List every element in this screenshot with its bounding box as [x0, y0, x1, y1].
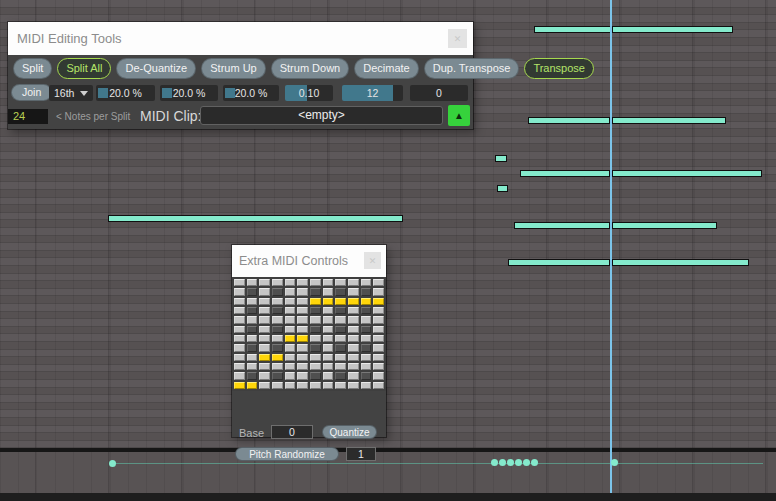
grid-cell-r1-c11[interactable]	[361, 279, 372, 286]
value-box-5[interactable]: 12	[342, 85, 403, 101]
midi-clip-select[interactable]: <empty>	[200, 106, 443, 125]
grid-cell-r7-c12[interactable]	[373, 335, 384, 342]
grid-cell-r8-c12[interactable]	[373, 344, 384, 351]
midi-note[interactable]	[108, 215, 403, 222]
midi-note[interactable]	[612, 222, 717, 229]
grid-cell-r5-c3[interactable]	[259, 316, 270, 323]
grid-cell-r7-c9[interactable]	[335, 335, 346, 342]
grid-cell-r10-c2[interactable]	[247, 363, 258, 370]
button-split-all[interactable]: Split All	[57, 58, 111, 79]
grid-cell-r4-c2[interactable]	[247, 307, 258, 314]
grid-cell-r8-c10[interactable]	[348, 344, 359, 351]
grid-cell-r10-c3[interactable]	[259, 363, 270, 370]
grid-cell-r6-c8[interactable]	[323, 326, 334, 333]
close-icon[interactable]: ✕	[364, 252, 381, 269]
grid-cell-r11-c10[interactable]	[348, 372, 359, 379]
grid-cell-r7-c11[interactable]	[361, 335, 372, 342]
velocity-lane[interactable]	[0, 452, 776, 493]
grid-cell-r10-c7[interactable]	[310, 363, 321, 370]
grid-cell-r6-c9[interactable]	[335, 326, 346, 333]
grid-cell-r4-c8[interactable]	[323, 307, 334, 314]
base-value-field[interactable]: 0	[271, 425, 313, 439]
grid-cell-r1-c2[interactable]	[247, 279, 258, 286]
grid-cell-r5-c10[interactable]	[348, 316, 359, 323]
grid-cell-r9-c10[interactable]	[348, 354, 359, 361]
grid-cell-r12-c10[interactable]	[348, 382, 359, 389]
grid-cell-r12-c3[interactable]	[259, 382, 270, 389]
grid-cell-r1-c6[interactable]	[297, 279, 308, 286]
grid-cell-r12-c7[interactable]	[310, 382, 321, 389]
join-button[interactable]: Join	[11, 84, 52, 101]
grid-cell-r8-c6[interactable]	[297, 344, 308, 351]
grid-cell-r10-c10[interactable]	[348, 363, 359, 370]
grid-cell-r7-c3[interactable]	[259, 335, 270, 342]
midi-note[interactable]	[534, 26, 611, 33]
grid-cell-r3-c4[interactable]	[272, 298, 283, 305]
grid-cell-r7-c2[interactable]	[247, 335, 258, 342]
grid-cell-r5-c5[interactable]	[285, 316, 296, 323]
grid-cell-r1-c7[interactable]	[310, 279, 321, 286]
grid-cell-r12-c8[interactable]	[323, 382, 334, 389]
grid-cell-r8-c7[interactable]	[310, 344, 321, 351]
grid-cell-r4-c7[interactable]	[310, 307, 321, 314]
grid-cell-r3-c1[interactable]	[234, 298, 245, 305]
grid-cell-r11-c8[interactable]	[323, 372, 334, 379]
grid-cell-r9-c8[interactable]	[323, 354, 334, 361]
velocity-lane-divider[interactable]	[0, 448, 776, 452]
grid-cell-r2-c11[interactable]	[361, 288, 372, 295]
grid-cell-r8-c11[interactable]	[361, 344, 372, 351]
grid-cell-r12-c1[interactable]	[234, 382, 245, 389]
grid-cell-r3-c10[interactable]	[348, 298, 359, 305]
grid-cell-r9-c1[interactable]	[234, 354, 245, 361]
grid-cell-r7-c8[interactable]	[323, 335, 334, 342]
grid-cell-r12-c12[interactable]	[373, 382, 384, 389]
grid-cell-r5-c6[interactable]	[297, 316, 308, 323]
grid-cell-r1-c5[interactable]	[285, 279, 296, 286]
grid-cell-r11-c3[interactable]	[259, 372, 270, 379]
grid-cell-r11-c12[interactable]	[373, 372, 384, 379]
grid-cell-r3-c8[interactable]	[323, 298, 334, 305]
grid-cell-r3-c7[interactable]	[310, 298, 321, 305]
grid-cell-r4-c11[interactable]	[361, 307, 372, 314]
grid-cell-r5-c12[interactable]	[373, 316, 384, 323]
pitch-randomize-value-field[interactable]: 1	[346, 447, 376, 461]
grid-cell-r11-c7[interactable]	[310, 372, 321, 379]
grid-cell-r5-c2[interactable]	[247, 316, 258, 323]
midi-editing-tools-titlebar[interactable]: MIDI Editing Tools ✕	[8, 22, 473, 55]
grid-cell-r8-c4[interactable]	[272, 344, 283, 351]
preview-note-button[interactable]: ▲	[448, 105, 470, 126]
grid-cell-r4-c9[interactable]	[335, 307, 346, 314]
grid-cell-r6-c1[interactable]	[234, 326, 245, 333]
value-box-3[interactable]: 20.0 %	[223, 85, 279, 101]
grid-cell-r11-c5[interactable]	[285, 372, 296, 379]
velocity-dot[interactable]	[523, 459, 530, 466]
midi-note[interactable]	[514, 222, 610, 229]
grid-cell-r12-c5[interactable]	[285, 382, 296, 389]
grid-cell-r6-c3[interactable]	[259, 326, 270, 333]
grid-cell-r10-c1[interactable]	[234, 363, 245, 370]
velocity-dot[interactable]	[515, 459, 522, 466]
grid-cell-r1-c1[interactable]	[234, 279, 245, 286]
grid-cell-r5-c7[interactable]	[310, 316, 321, 323]
grid-cell-r3-c6[interactable]	[297, 298, 308, 305]
button-decimate[interactable]: Decimate	[354, 58, 418, 79]
grid-cell-r1-c12[interactable]	[373, 279, 384, 286]
grid-cell-r2-c2[interactable]	[247, 288, 258, 295]
grid-cell-r7-c6[interactable]	[297, 335, 308, 342]
grid-cell-r4-c3[interactable]	[259, 307, 270, 314]
grid-cell-r10-c4[interactable]	[272, 363, 283, 370]
value-box-2[interactable]: 20.0 %	[160, 85, 218, 101]
extra-midi-controls-titlebar[interactable]: Extra MIDI Controls ✕	[232, 245, 386, 277]
grid-cell-r2-c4[interactable]	[272, 288, 283, 295]
grid-cell-r12-c6[interactable]	[297, 382, 308, 389]
grid-cell-r2-c6[interactable]	[297, 288, 308, 295]
grid-cell-r3-c9[interactable]	[335, 298, 346, 305]
midi-note[interactable]	[612, 26, 733, 33]
grid-cell-r2-c7[interactable]	[310, 288, 321, 295]
midi-note[interactable]	[528, 117, 610, 124]
grid-cell-r6-c7[interactable]	[310, 326, 321, 333]
grid-cell-r2-c3[interactable]	[259, 288, 270, 295]
grid-cell-r11-c4[interactable]	[272, 372, 283, 379]
grid-cell-r5-c4[interactable]	[272, 316, 283, 323]
grid-cell-r8-c3[interactable]	[259, 344, 270, 351]
